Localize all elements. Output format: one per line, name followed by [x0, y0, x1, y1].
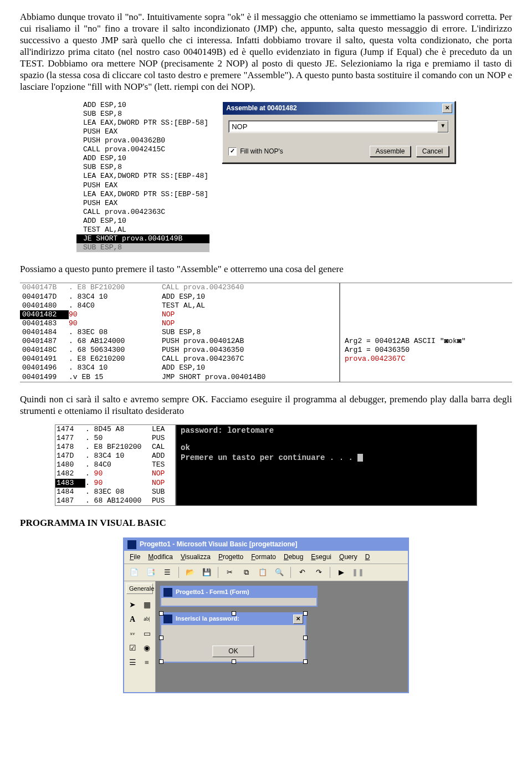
close-icon[interactable]: ✕ [293, 615, 303, 624]
listbox-tool-icon[interactable]: ≡ [141, 656, 153, 668]
textbox-tool-icon[interactable]: ab| [141, 613, 153, 625]
form-designer-window[interactable]: Progetto1 - Form1 (Form) [160, 586, 318, 607]
menu-editor-icon[interactable]: ☰ [161, 566, 174, 579]
instruction-input[interactable] [229, 121, 437, 132]
menu-item[interactable]: Modifica [145, 552, 176, 562]
add-form-icon[interactable]: 📑 [144, 566, 157, 579]
disassembly-listing-1: ADD ESP,10SUB ESP,8LEA EAX,DWORD PTR SS:… [76, 101, 209, 253]
section-heading: PROGRAMMA IN VISUAL BASIC [20, 517, 512, 529]
form-icon [163, 588, 172, 597]
resize-handle-icon[interactable] [232, 659, 236, 664]
cursor-icon [357, 454, 363, 462]
disassembly-listing-2: 0040147B. E8 BF210200CALL prova.00423640… [20, 283, 512, 382]
checkbox-icon: ✓ [228, 147, 237, 156]
resize-handle-icon[interactable] [159, 659, 163, 664]
form-icon [163, 615, 172, 623]
redo-icon[interactable]: ↷ [312, 566, 325, 579]
menu-item[interactable]: File [126, 552, 144, 562]
pointer-tool-icon[interactable]: ➤ [126, 598, 139, 611]
paste-icon[interactable]: 📋 [256, 566, 269, 579]
vb6-title: Progetto1 - Microsoft Visual Basic [prog… [140, 540, 297, 549]
combobox-tool-icon[interactable]: ☰ [126, 656, 139, 668]
menu-item[interactable]: Formato [248, 552, 279, 562]
figure-vb6-ide: Progetto1 - Microsoft Visual Basic [prog… [20, 537, 512, 693]
resize-handle-icon[interactable] [159, 611, 163, 616]
vb6-toolbox[interactable]: Generale ➤ ▦ A ab| xv ▭ ☑ ◉ ☰ ≡ [124, 581, 156, 692]
picturebox-tool-icon[interactable]: ▦ [141, 598, 153, 611]
dialog-title: Assemble at 00401482 [226, 104, 296, 112]
undo-icon[interactable]: ↶ [295, 566, 309, 579]
figure-assemble-dialog: ADD ESP,10SUB ESP,8LEA EAX,DWORD PTR SS:… [20, 101, 512, 253]
dialog-titlebar: Assemble at 00401482 ✕ [223, 102, 454, 115]
vb6-titlebar: Progetto1 - Microsoft Visual Basic [prog… [124, 539, 408, 551]
commandbutton-tool-icon[interactable]: ▭ [141, 627, 153, 639]
console-line: Premere un tasto per continuare . . . [181, 453, 472, 463]
ok-button[interactable]: OK [212, 646, 254, 657]
save-icon[interactable]: 💾 [200, 566, 213, 579]
menu-item[interactable]: Progetto [215, 552, 247, 562]
vb6-mdi-area: Progetto1 - Form1 (Form) Inserisci la pa… [156, 581, 408, 692]
vb6-window: Progetto1 - Microsoft Visual Basic [prog… [123, 537, 409, 693]
paragraph-3: Quindi non ci sarà il salto e avremo sem… [20, 393, 512, 417]
menu-item[interactable]: Query [336, 552, 361, 562]
resize-handle-icon[interactable] [159, 636, 163, 640]
optionbutton-tool-icon[interactable]: ◉ [141, 642, 153, 654]
instruction-combobox[interactable]: ▼ [228, 120, 449, 133]
password-dialog-title: Inserisci la password: [176, 615, 239, 623]
checkbox-label: Fill with NOP's [240, 147, 283, 156]
fill-nops-checkbox[interactable]: ✓ Fill with NOP's [228, 147, 283, 156]
toolbox-tab[interactable]: Generale [126, 583, 153, 595]
paragraph-1: Abbiamo dunque trovato il "no". Intuitiv… [20, 11, 512, 93]
password-form-window[interactable]: Inserisci la password: ✕ OK [160, 612, 306, 663]
console-output: password: loretomare ok Premere un tasto… [175, 425, 477, 505]
menu-item[interactable]: Esegui [308, 552, 335, 562]
new-project-icon[interactable]: 📄 [127, 566, 141, 579]
vb6-toolbar[interactable]: 📄 📑 ☰ 📂 💾 ✂ ⧉ 📋 🔍 ↶ ↷ ▶ ❚❚ [124, 564, 408, 581]
resize-handle-icon[interactable] [232, 611, 236, 616]
paragraph-2: Possiamo a questo punto premere il tasto… [20, 263, 512, 275]
figure-disasm-after-nop: 0040147B. E8 BF210200CALL prova.00423640… [20, 283, 512, 382]
label-tool-icon[interactable]: A [126, 613, 139, 625]
frame-tool-icon[interactable]: xv [126, 627, 139, 639]
chevron-down-icon[interactable]: ▼ [437, 121, 448, 132]
copy-icon[interactable]: ⧉ [239, 566, 253, 579]
run-icon[interactable]: ▶ [335, 566, 348, 579]
resize-handle-icon[interactable] [303, 659, 308, 664]
pause-icon[interactable]: ❚❚ [351, 566, 365, 579]
disassembly-listing-3: 1474. 8D45 A8LEA1477. 50PUS1478. E8 BF21… [55, 425, 175, 505]
form-window-title: Progetto1 - Form1 (Form) [176, 588, 249, 596]
cancel-button[interactable]: Cancel [416, 146, 449, 157]
resize-handle-icon[interactable] [303, 611, 308, 616]
resize-handle-icon[interactable] [303, 636, 308, 640]
find-icon[interactable]: 🔍 [273, 566, 286, 579]
debugger-with-console: 1474. 8D45 A8LEA1477. 50PUS1478. E8 BF21… [55, 424, 477, 506]
console-line: password: loretomare [181, 426, 472, 436]
checkbox-tool-icon[interactable]: ☑ [126, 642, 139, 654]
vb6-menubar[interactable]: FileModificaVisualizzaProgettoFormatoDeb… [124, 551, 408, 564]
menu-item[interactable]: D [362, 552, 374, 562]
figure-console-output: 1474. 8D45 A8LEA1477. 50PUS1478. E8 BF21… [20, 424, 512, 506]
cut-icon[interactable]: ✂ [223, 566, 236, 579]
assemble-dialog: Assemble at 00401482 ✕ ▼ ✓ Fill with NOP… [222, 101, 456, 163]
close-icon[interactable]: ✕ [442, 104, 452, 113]
console-line: ok [181, 443, 472, 453]
app-icon [127, 540, 136, 549]
menu-item[interactable]: Debug [280, 552, 306, 562]
open-icon[interactable]: 📂 [183, 566, 197, 579]
menu-item[interactable]: Visualizza [177, 552, 214, 562]
assemble-button[interactable]: Assemble [370, 146, 411, 157]
